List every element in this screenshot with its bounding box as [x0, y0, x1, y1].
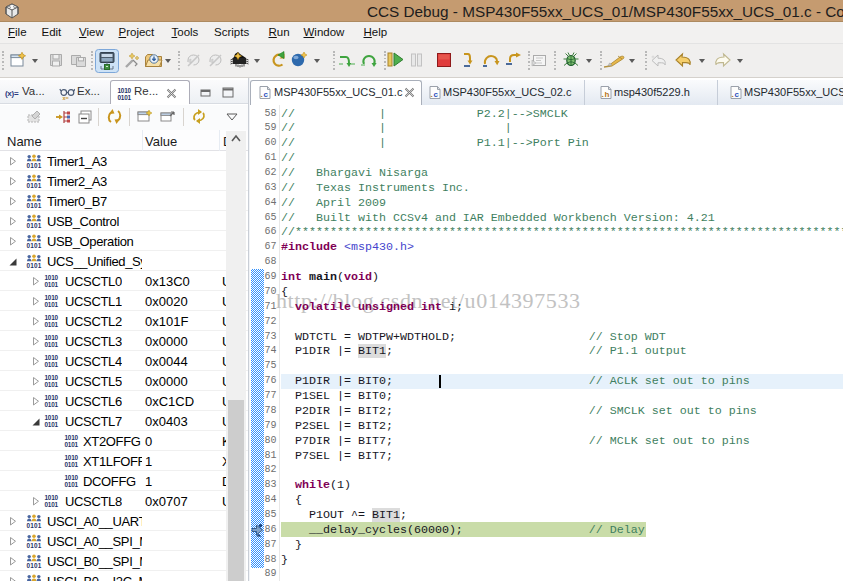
- svg-text:0101: 0101: [65, 461, 79, 468]
- svg-text:0101: 0101: [27, 222, 42, 229]
- svg-text:0101: 0101: [27, 262, 42, 269]
- svg-text:0101: 0101: [27, 542, 42, 549]
- svg-text:1010: 1010: [45, 354, 59, 361]
- svg-text:x=: x=: [63, 95, 69, 101]
- svg-text:c: c: [735, 90, 740, 99]
- svg-text:1010: 1010: [118, 87, 132, 94]
- svg-text:0101: 0101: [27, 522, 42, 529]
- svg-text:0101: 0101: [65, 481, 79, 488]
- svg-text:.: .: [732, 90, 734, 99]
- svg-text:0101: 0101: [118, 94, 132, 101]
- svg-text:0101: 0101: [27, 562, 42, 569]
- svg-text:0101: 0101: [45, 341, 59, 348]
- svg-text:0101: 0101: [65, 441, 79, 448]
- svg-text:0101: 0101: [45, 281, 59, 288]
- svg-text:0101: 0101: [45, 401, 59, 408]
- svg-text:1010: 1010: [45, 494, 59, 501]
- svg-text:0101: 0101: [27, 182, 42, 189]
- svg-text:.: .: [431, 90, 433, 99]
- svg-text:0101: 0101: [27, 202, 42, 209]
- svg-text:1010: 1010: [45, 334, 59, 341]
- svg-text:h: h: [605, 90, 610, 99]
- svg-text:1010: 1010: [45, 314, 59, 321]
- svg-text:1010: 1010: [65, 434, 79, 441]
- svg-text:0101: 0101: [45, 301, 59, 308]
- svg-text:1010: 1010: [45, 394, 59, 401]
- svg-text:1010: 1010: [65, 474, 79, 481]
- svg-text:0101: 0101: [45, 421, 59, 428]
- svg-text:0101: 0101: [45, 361, 59, 368]
- svg-text:.: .: [602, 90, 604, 99]
- svg-text:0101: 0101: [45, 501, 59, 508]
- svg-text:1010: 1010: [45, 294, 59, 301]
- svg-text:.: .: [261, 90, 263, 99]
- svg-text:0101: 0101: [45, 321, 59, 328]
- svg-text:0101: 0101: [45, 381, 59, 388]
- svg-text:1010: 1010: [65, 454, 79, 461]
- svg-text:1010: 1010: [45, 274, 59, 281]
- svg-text:0101: 0101: [27, 162, 42, 169]
- svg-text:1010: 1010: [45, 414, 59, 421]
- svg-text:0101: 0101: [27, 242, 42, 249]
- svg-text:c: c: [264, 90, 269, 99]
- svg-text:c: c: [434, 90, 439, 99]
- svg-text:1010: 1010: [45, 374, 59, 381]
